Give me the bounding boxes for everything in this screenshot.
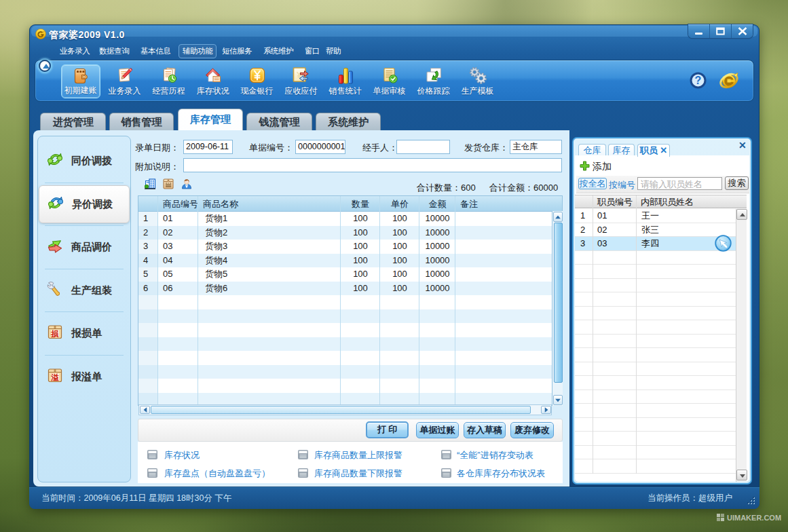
svg-text:溢: 溢	[50, 373, 59, 381]
svg-text:损: 损	[50, 330, 59, 338]
svg-text:?: ?	[695, 75, 702, 86]
